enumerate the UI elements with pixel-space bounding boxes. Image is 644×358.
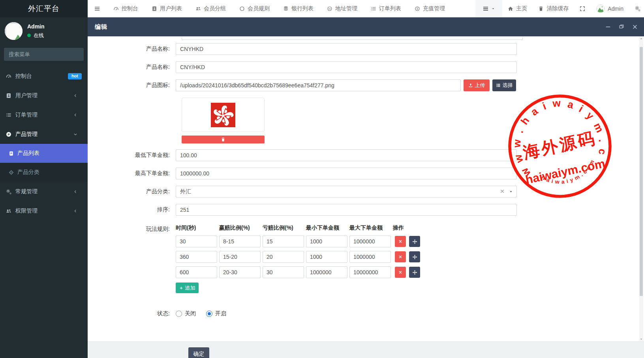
rule-min-input[interactable]	[306, 266, 347, 278]
nav-item-order-list[interactable]: 订单列表	[364, 0, 408, 17]
product-name-input[interactable]	[176, 61, 517, 73]
settings-button[interactable]	[629, 0, 644, 17]
form-row-status: 状态: 关闭 开启	[88, 310, 644, 317]
database-icon	[283, 6, 289, 11]
sidebar-item-product-list[interactable]: 产品列表	[0, 144, 88, 163]
rule-lose-input[interactable]	[263, 236, 304, 247]
rule-max-input[interactable]	[349, 236, 391, 247]
product-icon-path-input[interactable]	[176, 79, 461, 91]
form-row-category: 产品分类:	[88, 186, 644, 198]
status-on-option[interactable]: 开启	[206, 310, 226, 317]
sidebar-item-permission-mgmt[interactable]: 权限管理	[0, 201, 88, 220]
nav-item-user-list[interactable]: 用户列表	[145, 0, 189, 17]
search-input[interactable]	[4, 51, 83, 57]
home-link[interactable]: 主页	[502, 0, 533, 17]
expand-icon	[580, 6, 585, 11]
sidebar-toggle-button[interactable]	[88, 0, 107, 17]
rule-time-input[interactable]	[176, 236, 217, 247]
sidebar-item-product-mgmt[interactable]: 产品管理	[0, 124, 88, 144]
radio-unchecked-icon[interactable]	[176, 311, 182, 317]
delete-image-button[interactable]	[182, 136, 265, 143]
users-icon	[195, 6, 201, 11]
rule-win-input[interactable]	[219, 236, 261, 247]
clipped-input-top	[182, 38, 523, 40]
scrollbar-thumb[interactable]	[640, 47, 643, 296]
rule-min-input[interactable]	[306, 236, 347, 247]
rules-header-actions: 操作	[393, 224, 404, 232]
nav-item-recharge-mgmt[interactable]: 充值管理	[408, 0, 452, 17]
list-select-icon	[496, 83, 501, 88]
form-row-rules: 玩法规则: 时间(秒) 赢赔比例(%) 亏赔比例(%) 最小下单金额 最大下单金…	[88, 222, 644, 293]
rule-win-input[interactable]	[219, 251, 261, 263]
chevron-left-icon	[73, 209, 78, 213]
rule-lose-input[interactable]	[263, 251, 304, 263]
rule-delete-button[interactable]	[395, 236, 406, 247]
rule-time-input[interactable]	[176, 251, 217, 263]
rule-delete-button[interactable]	[395, 267, 406, 278]
scroll-down-arrow[interactable]	[639, 337, 643, 341]
tabs-dropdown-button[interactable]	[475, 0, 502, 17]
sidebar-item-order-mgmt[interactable]: 订单管理	[0, 105, 88, 124]
category-select[interactable]	[176, 186, 517, 198]
radio-checked-icon[interactable]	[206, 311, 212, 317]
nav-item-address-mgmt[interactable]: 地址管理	[320, 0, 364, 17]
top-nav-links: 控制台 用户列表 会员分组 会员规则 银行列表 地址管理 订单列表 充值管理	[107, 0, 452, 17]
p-file-icon	[9, 151, 14, 156]
menu-bars-icon	[483, 6, 489, 12]
plus-icon	[179, 286, 183, 290]
rule-delete-button[interactable]	[395, 251, 406, 262]
clear-selection-button[interactable]	[499, 188, 505, 194]
category-select-value[interactable]	[176, 186, 517, 198]
hot-badge: hot	[68, 73, 82, 79]
chevron-down-icon	[73, 132, 78, 137]
rule-move-button[interactable]	[409, 251, 420, 262]
upload-button[interactable]: 上传	[464, 79, 490, 91]
rule-move-button[interactable]	[409, 267, 420, 278]
sidebar-item-user-mgmt[interactable]: 用户管理	[0, 86, 88, 105]
rule-min-input[interactable]	[306, 251, 347, 263]
confirm-button[interactable]: 确定	[188, 347, 209, 358]
rule-max-input[interactable]	[349, 251, 391, 263]
nav-item-bank-list[interactable]: 银行列表	[276, 0, 320, 17]
nav-item-console[interactable]: 控制台	[107, 0, 145, 17]
add-rule-button[interactable]: 追加	[176, 283, 199, 293]
maximize-button[interactable]	[618, 23, 625, 30]
max-amount-label: 最高下单金额:	[88, 170, 176, 177]
rule-lose-input[interactable]	[263, 266, 304, 278]
status-off-option[interactable]: 关闭	[176, 310, 196, 317]
rule-time-input[interactable]	[176, 266, 217, 278]
nav-item-member-rules[interactable]: 会员规则	[233, 0, 276, 17]
rules-header-max: 最大下单金额	[349, 224, 393, 232]
nav-item-member-groups[interactable]: 会员分组	[189, 0, 233, 17]
scroll-up-arrow[interactable]	[639, 37, 643, 41]
search-icon	[83, 52, 84, 57]
choose-button[interactable]: 选择	[492, 79, 516, 91]
crosshair-icon	[9, 170, 14, 175]
min-amount-input[interactable]	[176, 149, 517, 161]
sidebar-item-general-mgmt[interactable]: 常规管理	[0, 182, 88, 201]
caret-down-icon	[491, 7, 495, 11]
form-row-min-amount: 最低下单金额:	[88, 149, 644, 161]
app-root: { "brand": { "title": "外汇平台" }, "topnav"…	[0, 0, 644, 358]
fullscreen-button[interactable]	[574, 0, 591, 17]
rule-win-input[interactable]	[219, 266, 261, 278]
user-menu[interactable]: Admin	[591, 0, 629, 17]
vertical-scrollbar[interactable]	[639, 37, 643, 341]
product-code-input[interactable]	[176, 43, 517, 55]
clear-cache-button[interactable]: 清除缓存	[533, 0, 574, 17]
online-dot	[27, 34, 31, 37]
rule-max-input[interactable]	[349, 266, 391, 278]
search-button[interactable]	[83, 48, 84, 61]
modal-header: 编辑	[88, 17, 644, 36]
icon-preview-box[interactable]	[182, 98, 265, 132]
rule-move-button[interactable]	[409, 236, 420, 247]
close-button[interactable]	[631, 23, 638, 30]
sidebar-item-product-category[interactable]: 产品分类	[0, 163, 88, 182]
sidebar-item-console[interactable]: 控制台 hot	[0, 66, 88, 86]
sort-input[interactable]	[176, 204, 517, 216]
minimize-button[interactable]	[605, 23, 612, 30]
icon-preview-section	[182, 98, 265, 143]
sidebar-user-name: Admin	[27, 23, 45, 30]
max-amount-input[interactable]	[176, 168, 517, 179]
move-icon	[412, 270, 417, 275]
